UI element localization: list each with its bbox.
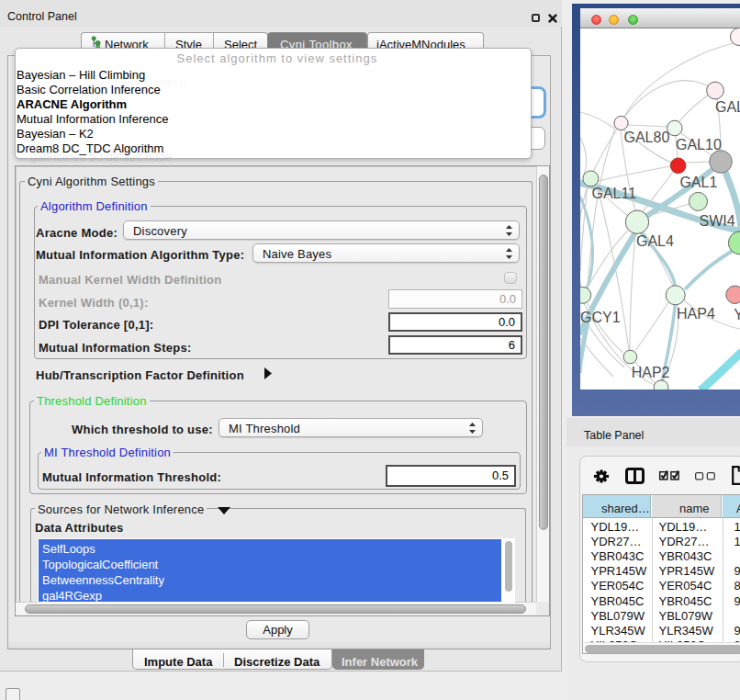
svg-text:GAL4: GAL4 <box>636 233 674 249</box>
svg-text:GCY1: GCY1 <box>580 310 621 325</box>
svg-text:GAL1: GAL1 <box>679 175 717 190</box>
svg-text:GAL11: GAL11 <box>592 186 637 201</box>
svg-text:HAP2: HAP2 <box>632 365 670 380</box>
svg-text:Y: Y <box>734 307 740 322</box>
svg-text:GAL10: GAL10 <box>676 137 722 152</box>
svg-text:GAL7: GAL7 <box>715 99 740 115</box>
svg-text:SWI4: SWI4 <box>700 213 735 229</box>
svg-text:HAP4: HAP4 <box>677 306 715 322</box>
svg-text:GAL80: GAL80 <box>624 130 670 145</box>
